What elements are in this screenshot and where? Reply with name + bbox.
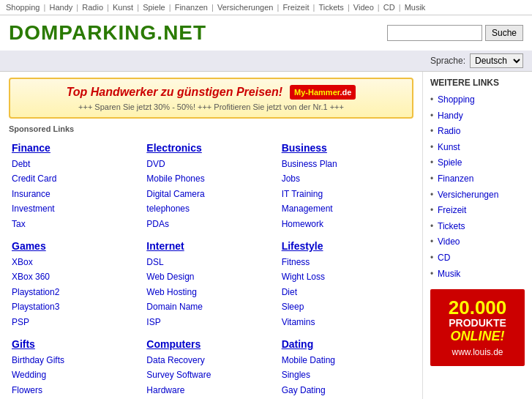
category-link-xbox[interactable]: XBox [12, 255, 141, 269]
category-link-survey-software[interactable]: Survey Software [146, 368, 275, 382]
banner: Top Handwerker zu günstigen Preisen! My-… [9, 78, 413, 119]
category-link-diet[interactable]: Diet [282, 285, 411, 299]
weitere-links-title: WEITERE LINKS [430, 78, 525, 88]
sidebar-link-video[interactable]: Video [430, 234, 525, 250]
category-link-management[interactable]: Management [282, 201, 411, 216]
topnav-item-spiele[interactable]: Spiele [143, 3, 165, 12]
category-link-playstation2[interactable]: Playstation2 [12, 285, 141, 299]
category-link-singles[interactable]: Singles [282, 368, 411, 382]
category-links-gifts: Birthday GiftsWeddingFlowers [12, 353, 141, 398]
category-link-web-design[interactable]: Web Design [146, 269, 275, 284]
main-wrapper: Top Handwerker zu günstigen Preisen! My-… [0, 72, 532, 399]
topnav-item-freizeit[interactable]: Freizeit [282, 3, 309, 12]
category-link-it-training[interactable]: IT Training [282, 187, 411, 201]
banner-logo-text: My- [294, 88, 308, 97]
category-title-gifts[interactable]: Gifts [12, 338, 141, 350]
category-link-psp[interactable]: PSP [12, 315, 141, 329]
search-area: Suche [387, 25, 523, 41]
ad-online: ONLINE! [435, 329, 520, 344]
category-link-data-recovery[interactable]: Data Recovery [146, 353, 275, 368]
category-link-vitamins[interactable]: Vitamins [282, 315, 411, 329]
category-title-business[interactable]: Business [282, 142, 411, 154]
sidebar-link-handy[interactable]: Handy [430, 108, 525, 124]
sidebar-link-tickets[interactable]: Tickets [430, 219, 525, 235]
category-link-playstation3[interactable]: Playstation3 [12, 299, 141, 314]
category-link-gay-dating[interactable]: Gay Dating [282, 383, 411, 398]
sidebar-link-freizeit[interactable]: Freizeit [430, 203, 525, 219]
category-title-dating[interactable]: Dating [282, 338, 411, 350]
category-title-games[interactable]: Games [12, 240, 141, 252]
topnav-item-video[interactable]: Video [353, 3, 374, 12]
search-input[interactable] [387, 25, 482, 41]
side-ad: 20.000 PRODUKTE ONLINE! www.louis.de [430, 289, 525, 366]
category-link-debt[interactable]: Debt [12, 157, 141, 171]
category-link-investment[interactable]: Investment [12, 201, 141, 216]
topnav-item-cd[interactable]: CD [383, 3, 395, 12]
sidebar-link-kunst[interactable]: Kunst [430, 140, 525, 156]
category-link-insurance[interactable]: Insurance [12, 187, 141, 201]
topnav-item-versicherungen[interactable]: Versicherungen [217, 3, 273, 12]
sidebar-link-musik[interactable]: Musik [430, 266, 525, 283]
topnav-item-musik[interactable]: Musik [405, 3, 426, 12]
category-link-isp[interactable]: ISP [146, 315, 275, 329]
category-title-electronics[interactable]: Electronics [146, 142, 275, 154]
category-link-web-hosting[interactable]: Web Hosting [146, 285, 275, 299]
sidebar-link-finanzen[interactable]: Finanzen [430, 171, 525, 187]
topnav-item-finanzen[interactable]: Finanzen [175, 3, 208, 12]
category-link-xbox-360[interactable]: XBox 360 [12, 269, 141, 284]
category-link-tax[interactable]: Tax [12, 217, 141, 231]
category-link-sleep[interactable]: Sleep [282, 299, 411, 314]
topnav-item-shopping[interactable]: Shopping [6, 3, 40, 12]
topnav-item-handy[interactable]: Handy [49, 3, 72, 12]
category-col-4: InternetDSLWeb DesignWeb HostingDomain N… [143, 236, 278, 334]
category-col-7: ComputersData RecoverySurvey SoftwareHar… [143, 334, 278, 399]
category-col-6: GiftsBirthday GiftsWeddingFlowers [9, 334, 143, 399]
topnav-item-tickets[interactable]: Tickets [318, 3, 343, 12]
category-link-domain-name[interactable]: Domain Name [146, 299, 275, 314]
category-title-lifestyle[interactable]: Lifestyle [282, 240, 411, 252]
site-title: DOMPARKING.NET [9, 21, 206, 45]
category-col-5: LifestyleFitnessWight LossDietSleepVitam… [279, 236, 413, 334]
lang-bar: Sprache: Deutsch English Français [0, 51, 532, 72]
sidebar-links: ShoppingHandyRadioKunstSpieleFinanzenVer… [430, 92, 525, 282]
category-link-mobile-phones[interactable]: Mobile Phones [146, 171, 275, 186]
category-col-0: FinanceDebtCredit CardInsuranceInvestmen… [9, 138, 143, 236]
category-link-pdas[interactable]: PDAs [146, 217, 275, 231]
category-link-credit-card[interactable]: Credit Card [12, 171, 141, 186]
category-link-business-plan[interactable]: Business Plan [282, 157, 411, 171]
category-links-electronics: DVDMobile PhonesDigital Cameratelephones… [146, 157, 275, 231]
category-title-internet[interactable]: Internet [146, 240, 275, 252]
sidebar-link-spiele[interactable]: Spiele [430, 155, 525, 171]
banner-logo-hammer: Hammer [308, 88, 340, 97]
topnav-item-kunst[interactable]: Kunst [113, 3, 133, 12]
category-link-telephones[interactable]: telephones [146, 201, 275, 216]
category-link-flowers[interactable]: Flowers [12, 383, 141, 398]
search-button[interactable]: Suche [485, 25, 523, 41]
lang-select[interactable]: Deutsch English Français [470, 53, 523, 68]
category-link-jobs[interactable]: Jobs [282, 171, 411, 186]
sidebar-link-cd[interactable]: CD [430, 250, 525, 266]
categories: FinanceDebtCredit CardInsuranceInvestmen… [9, 138, 413, 399]
sidebar-link-shopping[interactable]: Shopping [430, 92, 525, 108]
category-title-finance[interactable]: Finance [12, 142, 141, 154]
category-link-birthday-gifts[interactable]: Birthday Gifts [12, 353, 141, 368]
category-link-wight-loss[interactable]: Wight Loss [282, 269, 411, 284]
sidebar: WEITERE LINKS ShoppingHandyRadioKunstSpi… [422, 72, 532, 399]
top-nav: Shopping | Handy | Radio | Kunst | Spiel… [0, 0, 532, 15]
banner-title: Top Handwerker zu günstigen Preisen! [67, 86, 282, 99]
category-link-digital-camera[interactable]: Digital Camera [146, 187, 275, 201]
category-col-8: DatingMobile DatingSinglesGay Dating [279, 334, 413, 399]
category-link-fitness[interactable]: Fitness [282, 255, 411, 269]
category-links-finance: DebtCredit CardInsuranceInvestmentTax [12, 157, 141, 231]
category-title-computers[interactable]: Computers [146, 338, 275, 350]
sidebar-link-radio[interactable]: Radio [430, 124, 525, 140]
category-link-homework[interactable]: Homework [282, 217, 411, 231]
category-links-computers: Data RecoverySurvey SoftwareHardware [146, 353, 275, 398]
topnav-item-radio[interactable]: Radio [82, 3, 103, 12]
category-link-dvd[interactable]: DVD [146, 157, 275, 171]
category-link-dsl[interactable]: DSL [146, 255, 275, 269]
category-link-wedding[interactable]: Wedding [12, 368, 141, 382]
category-link-hardware[interactable]: Hardware [146, 383, 275, 398]
sidebar-link-versicherungen[interactable]: Versicherungen [430, 187, 525, 204]
category-link-mobile-dating[interactable]: Mobile Dating [282, 353, 411, 368]
